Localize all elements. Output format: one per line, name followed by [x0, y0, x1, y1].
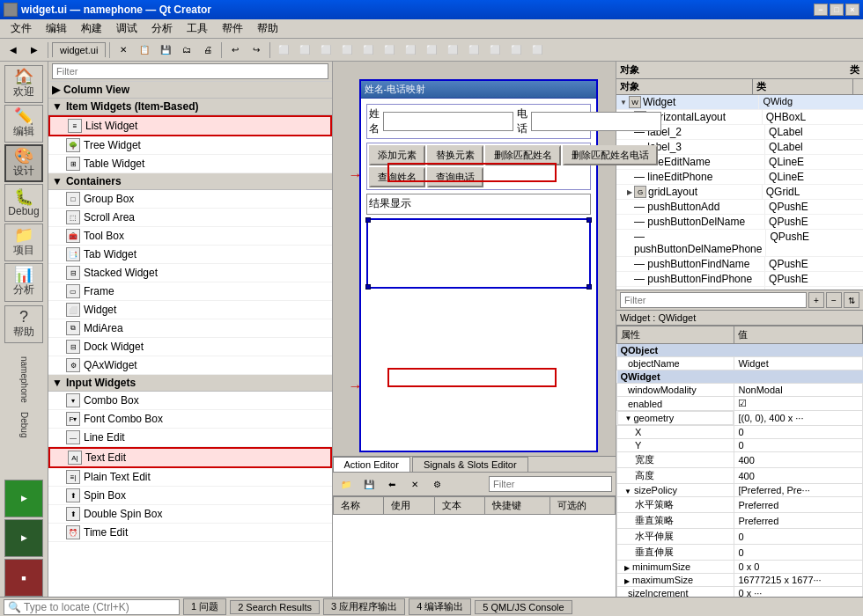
- save-button[interactable]: 💾: [156, 40, 175, 60]
- tree-widget-item[interactable]: 🌳 Tree Widget: [48, 136, 332, 155]
- props-filter-input[interactable]: [620, 292, 807, 308]
- form-widget[interactable]: 姓名-电话映射 姓名 电话 添加元素 替换元素: [359, 79, 599, 452]
- mdi-area-item[interactable]: ⧉ MdiArea: [48, 319, 332, 338]
- category-column-view[interactable]: ▶ Column View: [48, 82, 332, 99]
- prop-row-vpolicy[interactable]: 垂直策略 Preferred: [617, 513, 863, 529]
- prop-val-minsize[interactable]: 0 x 0: [734, 561, 863, 574]
- obj-row-pushadd[interactable]: — pushButtonAdd QPushE: [616, 200, 863, 215]
- align-right-btn[interactable]: ⬜: [295, 40, 314, 60]
- help-tool-btn[interactable]: ? 帮助: [4, 305, 43, 343]
- qax-widget-item[interactable]: ⚙ QAxWidget: [48, 356, 332, 375]
- props-sort-btn[interactable]: ⇅: [844, 292, 859, 308]
- ae-btn1[interactable]: 📁: [336, 474, 356, 494]
- handle-br[interactable]: [586, 284, 592, 290]
- adjust-size-btn[interactable]: ⬜: [506, 40, 526, 60]
- time-edit-item[interactable]: ⏰ Time Edit: [48, 524, 332, 542]
- prop-val-vstretch[interactable]: 0: [734, 545, 863, 561]
- status-tab-search[interactable]: 2 Search Results: [230, 600, 320, 614]
- undo-button[interactable]: ↩: [225, 40, 245, 60]
- prop-val-windowmodality[interactable]: NonModal: [734, 384, 863, 397]
- handle-tr[interactable]: [586, 217, 592, 223]
- status-tab-issues[interactable]: 1 问题: [183, 598, 226, 615]
- name-input[interactable]: [383, 112, 513, 131]
- plain-text-edit-item[interactable]: ≡| Plain Text Edit: [48, 468, 332, 487]
- run-btn[interactable]: ▶: [4, 480, 43, 517]
- edit-tool-btn[interactable]: ✏️ 编辑: [4, 105, 43, 143]
- list-widget-item[interactable]: ≡ List Widget: [48, 115, 332, 136]
- save-all-button[interactable]: 🗂: [177, 40, 196, 60]
- obj-row-widget[interactable]: ▼ W Widget QWidg: [616, 95, 863, 110]
- prop-row-sizepolicy[interactable]: ▼ sizePolicy [Preferred, Pre···: [617, 484, 863, 497]
- align-left-btn[interactable]: ⬜: [274, 40, 293, 60]
- ae-btn2[interactable]: 💾: [359, 474, 379, 494]
- prop-val-y[interactable]: 0: [734, 439, 863, 452]
- handle-bl[interactable]: [365, 284, 371, 290]
- prop-row-hpolicy[interactable]: 水平策略 Preferred: [617, 497, 863, 513]
- font-combo-box-item[interactable]: F▾ Font Combo Box: [48, 410, 332, 429]
- category-containers[interactable]: ▼ Containers: [48, 173, 332, 190]
- tool-box-item[interactable]: 🧰 Tool Box: [48, 227, 332, 246]
- group-box-item[interactable]: □ Group Box: [48, 190, 332, 209]
- align-center-h-btn[interactable]: ⬜: [358, 40, 378, 60]
- ae-btn3[interactable]: ⬅: [382, 474, 402, 494]
- menu-analyze[interactable]: 分析: [144, 19, 180, 38]
- del-name-phone-btn[interactable]: 删除匹配姓名电话: [563, 145, 658, 165]
- layout-v-btn[interactable]: ⬜: [422, 40, 441, 60]
- category-item-widgets[interactable]: ▼ Item Widgets (Item-Based): [48, 99, 332, 115]
- obj-row-pushdelname[interactable]: — pushButtonDelName QPushE: [616, 215, 863, 230]
- widget-item[interactable]: ⬜ Widget: [48, 301, 332, 319]
- prop-val-width[interactable]: 400: [734, 452, 863, 468]
- category-input-widgets[interactable]: ▼ Input Widgets: [48, 375, 332, 392]
- find-phone-btn[interactable]: 查询电话: [427, 167, 483, 187]
- tab-order-btn[interactable]: ⬜: [527, 40, 547, 60]
- menu-plugins[interactable]: 帮件: [215, 19, 250, 38]
- locate-input[interactable]: [4, 599, 180, 615]
- menu-file[interactable]: 文件: [4, 19, 39, 38]
- line-edit-item[interactable]: — Line Edit: [48, 429, 332, 447]
- prop-row-enabled[interactable]: enabled ☑: [617, 397, 863, 411]
- ae-btn4[interactable]: ✕: [405, 474, 424, 494]
- prop-row-objectname[interactable]: objectName Widget: [617, 357, 863, 370]
- open-button[interactable]: 📋: [135, 40, 154, 60]
- prop-val-vpolicy[interactable]: Preferred: [734, 513, 863, 529]
- prop-row-geometry[interactable]: ▼ geometry [(0, 0), 400 x ···: [617, 411, 863, 426]
- status-tab-compile[interactable]: 4 编译输出: [409, 598, 471, 615]
- minimize-button[interactable]: −: [814, 4, 828, 16]
- align-center-v-btn[interactable]: ⬜: [380, 40, 399, 60]
- phone-input[interactable]: [531, 112, 661, 131]
- analyze-tool-btn[interactable]: 📊 分析: [4, 263, 43, 301]
- redo-button[interactable]: ↪: [247, 40, 266, 60]
- prop-val-maxsize[interactable]: 16777215 x 1677···: [734, 574, 863, 587]
- new-button[interactable]: ✕: [114, 40, 133, 60]
- scroll-area-item[interactable]: ⬚ Scroll Area: [48, 209, 332, 227]
- debug-run-btn[interactable]: ▶: [4, 519, 43, 557]
- del-name-btn[interactable]: 删除匹配姓名: [485, 145, 561, 165]
- align-top-btn[interactable]: ⬜: [316, 40, 336, 60]
- prop-row-hstretch[interactable]: 水平伸展 0: [617, 529, 863, 545]
- prop-row-maxsize[interactable]: ▶ maximumSize 16777215 x 1677···: [617, 574, 863, 587]
- status-tab-qml[interactable]: 5 QML/JS Console: [475, 600, 572, 614]
- prop-row-vstretch[interactable]: 垂直伸展 0: [617, 545, 863, 561]
- double-spin-box-item[interactable]: ⬆ Double Spin Box: [48, 505, 332, 524]
- menu-debug[interactable]: 调试: [109, 19, 144, 38]
- file-tab[interactable]: widget.ui: [52, 42, 106, 57]
- dock-widget-item[interactable]: ⊟ Dock Widget: [48, 338, 332, 356]
- prop-row-width[interactable]: 宽度 400: [617, 452, 863, 468]
- prop-row-sizeincrement[interactable]: sizeIncrement 0 x ···: [617, 587, 863, 598]
- find-name-btn[interactable]: 查询姓名: [369, 167, 425, 187]
- design-tool-btn[interactable]: 🎨 设计: [4, 144, 43, 182]
- close-button[interactable]: ×: [845, 4, 859, 16]
- status-tab-appoutput[interactable]: 3 应用程序输出: [323, 598, 405, 615]
- prop-val-objectname[interactable]: Widget: [734, 357, 863, 370]
- spin-box-item[interactable]: ⬆ Spin Box: [48, 487, 332, 505]
- table-widget-item[interactable]: ⊞ Table Widget: [48, 155, 332, 173]
- obj-row-gridlayout[interactable]: ▶ G gridLayout QGridL: [616, 185, 863, 200]
- prop-val-enabled[interactable]: ☑: [734, 397, 863, 411]
- props-add-btn[interactable]: +: [808, 292, 824, 308]
- obj-row-lineeditphone[interactable]: — lineEditPhone QLineE: [616, 170, 863, 185]
- prop-row-y[interactable]: Y 0: [617, 439, 863, 452]
- add-btn[interactable]: 添加元素: [369, 145, 425, 165]
- prop-val-sizeincrement[interactable]: 0 x ···: [734, 587, 863, 598]
- prop-val-geometry[interactable]: [(0, 0), 400 x ···: [734, 411, 863, 426]
- project-tool-btn[interactable]: 📁 项目: [4, 224, 43, 261]
